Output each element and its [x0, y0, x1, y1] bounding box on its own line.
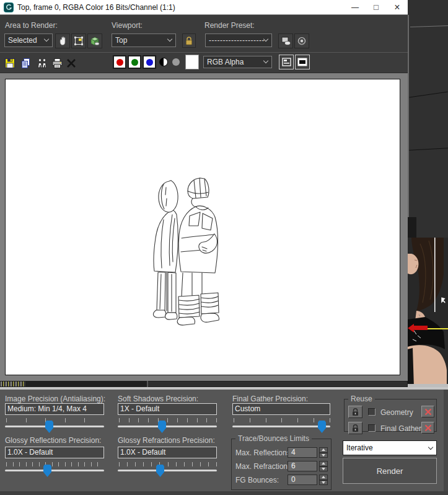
rendered-figures-illustration: [143, 174, 224, 329]
viewport-edge-line: [409, 92, 448, 98]
image-precision-field[interactable]: Medium: Min 1/4, Max 4: [5, 403, 104, 415]
window-controls: — □ ×: [345, 0, 408, 14]
final-gather-checkbox[interactable]: [368, 424, 376, 432]
glossy-reflections-label: Glossy Reflections Precision:: [5, 436, 101, 445]
reuse-fg-lock-button[interactable]: [348, 422, 362, 434]
green-channel-button[interactable]: [128, 55, 141, 69]
glossy-refractions-slider-handle[interactable]: [156, 465, 164, 477]
clone-rfw-button[interactable]: [35, 56, 50, 71]
strip-thumbnail: [1, 381, 25, 386]
glossy-refractions-slider[interactable]: [118, 470, 217, 471]
viewport-select[interactable]: Top: [112, 33, 176, 47]
background-viewport-strip: [408, 0, 448, 387]
final-gather-label: Final Gather Precision:: [232, 395, 308, 403]
max-refractions-input[interactable]: 6: [288, 461, 317, 471]
spinner-up-icon: [322, 448, 325, 451]
lock-icon: [352, 424, 359, 432]
green-dot-icon: [131, 59, 138, 66]
environment-effects-button[interactable]: [294, 33, 309, 48]
final-gather-checkbox-label: Final Gather: [380, 424, 421, 433]
print-image-button[interactable]: [50, 56, 64, 71]
spinner-up-button[interactable]: [319, 447, 328, 453]
soft-shadows-slider[interactable]: [118, 426, 217, 427]
fg-bounces-input[interactable]: 0: [288, 475, 317, 485]
soft-shadows-slider-handle[interactable]: [158, 421, 166, 433]
viewport-edge-line: [409, 148, 448, 150]
copy-image-button[interactable]: [19, 56, 33, 71]
auto-region-selected-button[interactable]: [71, 33, 86, 48]
copy-icon: [20, 58, 32, 69]
spinner-down-button[interactable]: [319, 466, 328, 472]
background-viewport-character: [408, 238, 448, 387]
max-refractions-spinner[interactable]: [319, 461, 328, 471]
soft-shadows-field[interactable]: 1X - Default: [118, 403, 217, 415]
reuse-group: Reuse Geometry: [344, 395, 437, 432]
render-canvas[interactable]: [5, 79, 400, 375]
final-gather-field[interactable]: Custom: [232, 403, 330, 415]
blue-dot-icon: [146, 59, 153, 66]
glossy-refractions-ticks: [119, 462, 217, 466]
render-setup-teapot-button[interactable]: [87, 33, 102, 48]
chevron-down-icon: [263, 58, 268, 63]
blue-channel-button[interactable]: [143, 55, 156, 69]
close-button[interactable]: ×: [387, 0, 408, 14]
window-overlay-icon: [282, 58, 291, 66]
glossy-refractions-field[interactable]: 1.0X - Default: [118, 447, 217, 458]
spinner-up-icon: [322, 462, 325, 465]
canvas-frame: [0, 73, 408, 381]
fg-bounces-spinner[interactable]: [319, 475, 328, 485]
area-to-render-label: Area to Render:: [5, 21, 58, 30]
region-icon: [74, 36, 84, 46]
bottom-scroll-strip: [0, 381, 408, 387]
strip-lighter-segment: [148, 381, 407, 386]
render-mode-select[interactable]: Iterative: [343, 440, 437, 455]
reuse-fg-clear-button[interactable]: [421, 422, 434, 434]
spinner-down-button[interactable]: [319, 453, 328, 458]
spinner-up-button[interactable]: [319, 461, 328, 466]
maximize-button[interactable]: □: [366, 0, 387, 14]
spinner-down-icon: [322, 481, 325, 484]
screen-icon: [297, 58, 307, 66]
reuse-geometry-clear-button[interactable]: [421, 406, 434, 417]
max-reflections-spinner[interactable]: [319, 447, 328, 458]
chevron-down-icon: [167, 37, 172, 42]
green-cube-teapot-icon: [89, 35, 100, 47]
minimize-button[interactable]: —: [345, 0, 366, 14]
red-channel-button[interactable]: [113, 55, 126, 69]
save-image-button[interactable]: [2, 56, 17, 71]
image-precision-slider-handle[interactable]: [45, 421, 53, 433]
two-people-icon: [37, 58, 48, 69]
viewport-grid-line: [410, 25, 448, 27]
final-gather-slider-handle[interactable]: [318, 421, 326, 433]
render-setup-dialog-button[interactable]: [278, 33, 293, 48]
render-button[interactable]: Render: [343, 458, 437, 484]
final-gather-slider[interactable]: [232, 426, 330, 427]
edit-region-button[interactable]: [55, 33, 70, 48]
monochrome-toggle-button[interactable]: [159, 58, 168, 66]
channel-display-select[interactable]: RGB Alpha: [203, 56, 272, 68]
glossy-refractions-label: Glossy Refractions Precision:: [118, 436, 215, 445]
spinner-down-button[interactable]: [319, 480, 328, 486]
toggle-ui-button[interactable]: [295, 55, 310, 69]
save-icon: [4, 58, 15, 69]
clear-button[interactable]: [64, 56, 79, 71]
glossy-reflections-ticks: [6, 462, 104, 466]
glossy-reflections-slider-handle[interactable]: [43, 465, 51, 477]
alpha-channel-button[interactable]: [172, 58, 180, 66]
spinner-up-button[interactable]: [319, 475, 328, 480]
spinner-down-icon: [322, 454, 325, 457]
lock-to-viewport-button[interactable]: [182, 33, 196, 48]
red-dot-icon: [116, 59, 123, 66]
glossy-reflections-slider[interactable]: [5, 470, 104, 471]
toggle-ui-overlays-button[interactable]: [279, 55, 294, 69]
max-reflections-input[interactable]: 4: [288, 447, 317, 458]
rendered-frame-window: Top, frame 0, RGBA Color 16 Bits/Channel…: [0, 0, 448, 495]
render-preset-select[interactable]: --------------------: [205, 33, 272, 47]
area-to-render-select[interactable]: Selected: [4, 33, 53, 47]
reuse-geometry-lock-button[interactable]: [348, 406, 362, 418]
geometry-checkbox[interactable]: [368, 408, 376, 416]
environment-icon: [297, 36, 307, 46]
background-color-swatch[interactable]: [185, 55, 199, 69]
glossy-reflections-field[interactable]: 1.0X - Default: [5, 447, 104, 458]
image-precision-slider[interactable]: [5, 426, 104, 427]
